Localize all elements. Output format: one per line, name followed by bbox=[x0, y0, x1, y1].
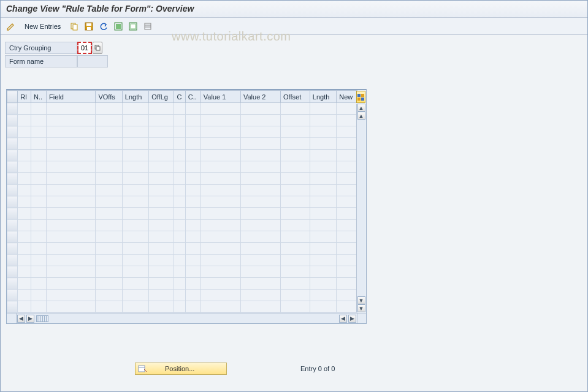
table-cell[interactable] bbox=[47, 115, 96, 126]
table-cell[interactable] bbox=[149, 185, 174, 196]
table-cell[interactable] bbox=[31, 196, 47, 208]
table-cell[interactable] bbox=[174, 185, 185, 196]
table-cell[interactable] bbox=[96, 208, 122, 220]
row-selector[interactable] bbox=[7, 115, 18, 126]
table-cell[interactable] bbox=[18, 208, 31, 220]
table-cell[interactable] bbox=[240, 220, 280, 231]
table-cell[interactable] bbox=[174, 173, 185, 185]
table-cell[interactable] bbox=[18, 220, 31, 231]
table-cell[interactable] bbox=[200, 278, 240, 290]
table-cell[interactable] bbox=[96, 138, 122, 150]
table-cell[interactable] bbox=[337, 126, 357, 138]
table-cell[interactable] bbox=[310, 208, 336, 220]
table-cell[interactable] bbox=[310, 126, 336, 138]
table-cell[interactable] bbox=[96, 115, 122, 126]
table-cell[interactable] bbox=[96, 196, 122, 208]
table-cell[interactable] bbox=[200, 173, 240, 185]
table-cell[interactable] bbox=[337, 103, 357, 115]
table-cell[interactable] bbox=[337, 301, 357, 313]
table-cell[interactable] bbox=[185, 220, 200, 231]
deselect-all-icon[interactable] bbox=[127, 20, 139, 33]
table-cell[interactable] bbox=[31, 220, 47, 231]
column-header[interactable]: C bbox=[174, 91, 185, 103]
table-cell[interactable] bbox=[200, 126, 240, 138]
table-cell[interactable] bbox=[281, 196, 310, 208]
column-header[interactable]: Value 1 bbox=[200, 91, 240, 103]
table-cell[interactable] bbox=[47, 278, 96, 290]
table-cell[interactable] bbox=[96, 243, 122, 255]
column-header[interactable]: New bbox=[337, 91, 357, 103]
table-cell[interactable] bbox=[337, 150, 357, 161]
table-cell[interactable] bbox=[149, 301, 174, 313]
horizontal-scrollbar[interactable]: ◀ ▶ ◀ ▶ bbox=[7, 313, 366, 323]
table-cell[interactable] bbox=[281, 208, 310, 220]
table-cell[interactable] bbox=[18, 103, 31, 115]
table-cell[interactable] bbox=[240, 301, 280, 313]
row-selector[interactable] bbox=[7, 231, 18, 243]
table-cell[interactable] bbox=[31, 115, 47, 126]
table-cell[interactable] bbox=[96, 266, 122, 278]
table-cell[interactable] bbox=[337, 278, 357, 290]
table-cell[interactable] bbox=[18, 243, 31, 255]
row-selector[interactable] bbox=[7, 126, 18, 138]
table-cell[interactable] bbox=[149, 255, 174, 266]
table-cell[interactable] bbox=[240, 290, 280, 301]
row-selector[interactable] bbox=[7, 208, 18, 220]
table-cell[interactable] bbox=[281, 220, 310, 231]
table-cell[interactable] bbox=[240, 115, 280, 126]
table-cell[interactable] bbox=[337, 185, 357, 196]
table-cell[interactable] bbox=[96, 301, 122, 313]
column-header[interactable]: Value 2 bbox=[240, 91, 280, 103]
table-cell[interactable] bbox=[240, 173, 280, 185]
table-cell[interactable] bbox=[337, 231, 357, 243]
table-cell[interactable] bbox=[200, 150, 240, 161]
table-cell[interactable] bbox=[281, 103, 310, 115]
table-cell[interactable] bbox=[200, 103, 240, 115]
form-name-input[interactable] bbox=[77, 55, 108, 67]
table-cell[interactable] bbox=[200, 138, 240, 150]
table-cell[interactable] bbox=[31, 301, 47, 313]
table-cell[interactable] bbox=[18, 290, 31, 301]
table-cell[interactable] bbox=[18, 255, 31, 266]
table-cell[interactable] bbox=[47, 173, 96, 185]
table-cell[interactable] bbox=[31, 138, 47, 150]
column-header[interactable]: Lngth bbox=[122, 91, 148, 103]
table-cell[interactable] bbox=[337, 266, 357, 278]
table-cell[interactable] bbox=[149, 266, 174, 278]
table-cell[interactable] bbox=[200, 185, 240, 196]
hscroll-right2-icon[interactable]: ◀ bbox=[339, 315, 347, 323]
table-cell[interactable] bbox=[240, 278, 280, 290]
table-cell[interactable] bbox=[96, 126, 122, 138]
table-cell[interactable] bbox=[310, 301, 336, 313]
table-cell[interactable] bbox=[96, 231, 122, 243]
table-cell[interactable] bbox=[174, 138, 185, 150]
table-cell[interactable] bbox=[200, 196, 240, 208]
scroll-down-icon[interactable]: ▼ bbox=[357, 304, 365, 312]
table-cell[interactable] bbox=[31, 126, 47, 138]
table-cell[interactable] bbox=[47, 231, 96, 243]
table-cell[interactable] bbox=[240, 103, 280, 115]
column-header[interactable]: C.. bbox=[185, 91, 200, 103]
table-cell[interactable] bbox=[149, 278, 174, 290]
table-cell[interactable] bbox=[47, 301, 96, 313]
row-selector[interactable] bbox=[7, 150, 18, 161]
table-cell[interactable] bbox=[310, 103, 336, 115]
table-cell[interactable] bbox=[281, 278, 310, 290]
copy-icon[interactable] bbox=[68, 20, 80, 33]
table-cell[interactable] bbox=[240, 243, 280, 255]
table-cell[interactable] bbox=[31, 185, 47, 196]
table-cell[interactable] bbox=[337, 138, 357, 150]
table-cell[interactable] bbox=[174, 103, 185, 115]
table-cell[interactable] bbox=[122, 115, 148, 126]
table-cell[interactable] bbox=[122, 185, 148, 196]
table-cell[interactable] bbox=[47, 220, 96, 231]
table-cell[interactable] bbox=[281, 266, 310, 278]
table-cell[interactable] bbox=[240, 255, 280, 266]
table-cell[interactable] bbox=[149, 150, 174, 161]
row-selector[interactable] bbox=[7, 301, 18, 313]
row-selector[interactable] bbox=[7, 103, 18, 115]
table-cell[interactable] bbox=[96, 150, 122, 161]
table-cell[interactable] bbox=[122, 161, 148, 173]
table-cell[interactable] bbox=[200, 301, 240, 313]
table-cell[interactable] bbox=[337, 220, 357, 231]
